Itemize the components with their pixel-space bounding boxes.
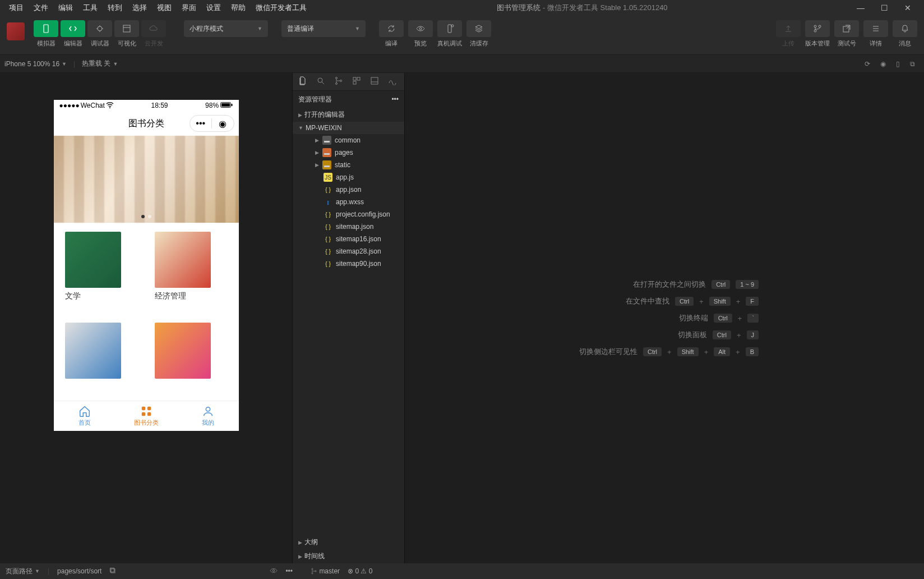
- more-icon[interactable]: •••: [391, 95, 399, 103]
- plus-separator: +: [699, 297, 704, 306]
- kbd-key: `: [747, 314, 759, 323]
- page-path-value: pages/sort/sort: [57, 567, 101, 575]
- svg-rect-26: [357, 77, 360, 80]
- git-icon[interactable]: [334, 76, 343, 87]
- device-value: iPhone 5 100% 16: [4, 60, 59, 68]
- record-icon[interactable]: ◉: [880, 60, 886, 68]
- tree-folder[interactable]: ▶▬static: [293, 159, 404, 171]
- compile-mode-dropdown[interactable]: 普通编译 ▼: [281, 20, 366, 37]
- refresh-icon[interactable]: ⟳: [865, 60, 870, 68]
- more-icon[interactable]: •••: [285, 567, 293, 575]
- kbd-key: Alt: [714, 347, 730, 356]
- message-button[interactable]: [893, 20, 917, 37]
- menu-select[interactable]: 选择: [128, 1, 151, 15]
- tree-folder[interactable]: ▶▬pages: [293, 146, 404, 159]
- branch-indicator[interactable]: master: [311, 567, 340, 575]
- tree-file[interactable]: { }sitemap.json: [293, 220, 404, 233]
- menu-settings[interactable]: 设置: [202, 1, 225, 15]
- layout-icon: [122, 24, 131, 33]
- files-icon[interactable]: [298, 76, 307, 87]
- capsule-menu-button[interactable]: •••: [190, 118, 212, 128]
- clear-cache-button[interactable]: [466, 20, 491, 37]
- page-path-selector[interactable]: 页面路径 ▼: [6, 567, 40, 576]
- category-item[interactable]: 文学: [65, 232, 138, 311]
- simulator-label: 模拟器: [34, 39, 58, 48]
- device-icon[interactable]: ▯: [896, 60, 900, 68]
- capsule-close-button[interactable]: ◉: [212, 118, 234, 129]
- tree-file[interactable]: ⫿app.wxss: [293, 196, 404, 208]
- outline-section[interactable]: ▶ 大纲: [293, 535, 404, 549]
- chevron-right-icon: ▶: [315, 150, 319, 155]
- tab-home[interactable]: 首页: [54, 401, 116, 431]
- category-item[interactable]: [65, 323, 138, 392]
- grid-icon: [140, 405, 153, 417]
- tab-bar: 首页 图书分类 我的: [54, 401, 239, 431]
- chevron-right-icon: ▶: [315, 137, 319, 143]
- menu-wechat-devtools[interactable]: 微信开发者工具: [251, 1, 311, 15]
- real-debug-button[interactable]: [437, 20, 462, 37]
- home-icon: [78, 405, 91, 417]
- menu-help[interactable]: 帮助: [227, 1, 250, 15]
- banner-image[interactable]: [54, 136, 239, 223]
- clear-cache-label: 清缓存: [470, 39, 488, 48]
- visual-button[interactable]: [114, 20, 139, 37]
- tree-file[interactable]: { }sitemap90.json: [293, 258, 404, 270]
- tree-file[interactable]: { }project.config.json: [293, 208, 404, 220]
- file-icon: { }: [324, 247, 332, 256]
- search-icon[interactable]: [316, 76, 325, 87]
- svg-rect-0: [44, 25, 48, 33]
- category-item[interactable]: [155, 323, 228, 392]
- hotreload-selector[interactable]: 热重载 关 ▼: [82, 59, 118, 68]
- menu-edit[interactable]: 编辑: [54, 1, 77, 15]
- extensions-icon[interactable]: [352, 76, 361, 87]
- tab-mine[interactable]: 我的: [177, 401, 239, 431]
- mode-group: 模拟器 编辑器 调试器 可视化 云开发: [34, 20, 166, 48]
- chevron-right-icon: ▶: [315, 162, 319, 168]
- outline-label: 大纲: [304, 537, 318, 547]
- main-area: ●●●●● WeChat 18:59 98% 图书分类 •••: [0, 73, 924, 563]
- popout-icon[interactable]: ⧉: [910, 60, 915, 68]
- upload-button[interactable]: [776, 20, 801, 37]
- tab-category[interactable]: 图书分类: [116, 401, 177, 431]
- menu-goto[interactable]: 转到: [103, 1, 127, 15]
- details-button[interactable]: [863, 20, 888, 37]
- tree-file[interactable]: { }sitemap16.json: [293, 233, 404, 245]
- open-editors-section[interactable]: ▶ 打开的编辑器: [293, 108, 404, 122]
- tree-folder[interactable]: ▶▬common: [293, 134, 404, 146]
- debugger-button[interactable]: [87, 20, 112, 37]
- simulator-button[interactable]: [34, 20, 58, 37]
- panel-icon[interactable]: [370, 76, 379, 87]
- testnum-button[interactable]: [834, 20, 859, 37]
- app-mode-dropdown[interactable]: 小程序模式 ▼: [184, 20, 268, 37]
- editor-button[interactable]: [61, 20, 85, 37]
- tree-file[interactable]: { }sitemap28.json: [293, 245, 404, 258]
- problems-indicator[interactable]: ⊗ 0 ⚠ 0: [348, 567, 372, 575]
- preview-button[interactable]: [408, 20, 433, 37]
- device-selector[interactable]: iPhone 5 100% 16 ▼: [4, 60, 67, 68]
- category-item[interactable]: 经济管理: [155, 232, 228, 311]
- project-root[interactable]: ▼ MP-WEIXIN: [293, 122, 404, 134]
- menu-ui[interactable]: 界面: [177, 1, 201, 15]
- close-button[interactable]: ✕: [900, 3, 915, 12]
- capsule-button: ••• ◉: [190, 115, 234, 132]
- tree-file[interactable]: { }app.json: [293, 183, 404, 196]
- compile-button[interactable]: [379, 20, 404, 37]
- terminal-icon[interactable]: [388, 76, 397, 87]
- svg-point-4: [419, 27, 422, 30]
- menu-tools[interactable]: 工具: [78, 1, 102, 15]
- hint-label: 在打开的文件之间切换: [633, 279, 706, 290]
- maximize-button[interactable]: ☐: [877, 3, 891, 12]
- project-icon[interactable]: [7, 22, 25, 40]
- cloud-dev-button[interactable]: [141, 20, 166, 37]
- eye-icon[interactable]: [270, 567, 278, 576]
- timeline-section[interactable]: ▶ 时间线: [293, 549, 404, 563]
- details-label: 详情: [870, 39, 882, 48]
- version-button[interactable]: [805, 20, 830, 37]
- menu-project[interactable]: 项目: [4, 1, 28, 15]
- kbd-key: Shift: [677, 347, 699, 356]
- tree-file[interactable]: JSapp.js: [293, 171, 404, 183]
- copy-icon[interactable]: [109, 567, 116, 576]
- menu-view[interactable]: 视图: [153, 1, 176, 15]
- menu-file[interactable]: 文件: [29, 1, 53, 15]
- minimize-button[interactable]: —: [853, 3, 868, 12]
